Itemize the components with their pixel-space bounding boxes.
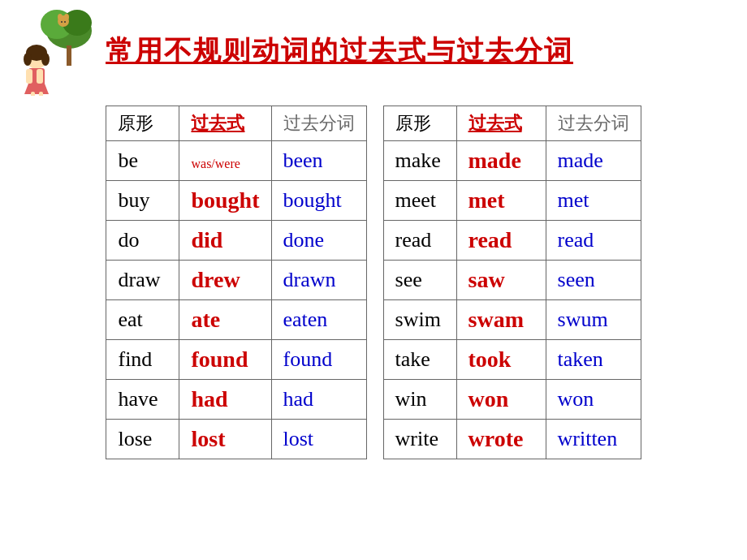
table-row: writewrotewritten <box>383 420 641 459</box>
cell-base: buy <box>106 181 179 221</box>
table-row: havehadhad <box>106 380 366 420</box>
cell-past: met <box>456 181 546 221</box>
cell-pp: met <box>546 181 641 221</box>
table-row: makemademade <box>383 141 641 181</box>
cell-past: saw <box>456 261 546 300</box>
cell-past: found <box>179 340 271 380</box>
svg-point-6 <box>64 14 69 20</box>
cell-pp: taken <box>546 340 641 380</box>
left-table-header: 原形 过去式 过去分词 <box>106 106 366 141</box>
table-row: meetmetmet <box>383 181 641 221</box>
left-table: 原形 过去式 过去分词 bewas/werebeenbuyboughtbough… <box>106 106 366 459</box>
cell-pp: done <box>271 221 366 261</box>
cell-base: do <box>106 221 179 261</box>
svg-point-8 <box>64 21 66 23</box>
cell-pp: been <box>271 141 366 181</box>
cell-base: draw <box>106 261 179 300</box>
table-row: seesawseen <box>383 261 641 300</box>
table-row: findfoundfound <box>106 340 366 380</box>
tables-area: 原形 过去式 过去分词 bewas/werebeenbuyboughtbough… <box>0 97 747 467</box>
svg-rect-17 <box>31 92 35 96</box>
cell-base: take <box>383 340 456 380</box>
cell-pp: won <box>546 380 641 420</box>
table-row: buyboughtbought <box>106 181 366 221</box>
right-hdr-past: 过去式 <box>456 106 546 141</box>
svg-rect-11 <box>26 69 32 84</box>
left-hdr-base: 原形 <box>106 106 179 141</box>
cell-past: wrote <box>456 420 546 459</box>
svg-rect-3 <box>67 45 71 66</box>
left-hdr-pp: 过去分词 <box>271 106 366 141</box>
cell-base: meet <box>383 181 456 221</box>
svg-rect-12 <box>37 69 43 84</box>
table-row: taketooktaken <box>383 340 641 380</box>
table-row: bewas/werebeen <box>106 141 366 181</box>
cell-past: drew <box>179 261 271 300</box>
cell-past: swam <box>456 300 546 340</box>
mascot-image <box>8 6 97 96</box>
cell-pp: bought <box>271 181 366 221</box>
cell-past: won <box>456 380 546 420</box>
left-hdr-past: 过去式 <box>179 106 271 141</box>
right-hdr-pp: 过去分词 <box>546 106 641 141</box>
cell-pp: had <box>271 380 366 420</box>
cell-past: read <box>456 221 546 261</box>
cell-pp: made <box>546 141 641 181</box>
cell-past: had <box>179 380 271 420</box>
cell-past: was/were <box>179 141 271 181</box>
cell-base: be <box>106 141 179 181</box>
cell-base: see <box>383 261 456 300</box>
table-row: drawdrewdrawn <box>106 261 366 300</box>
cell-base: find <box>106 340 179 380</box>
right-hdr-base: 原形 <box>383 106 456 141</box>
cell-base: swim <box>383 300 456 340</box>
cell-base: win <box>383 380 456 420</box>
cell-pp: read <box>546 221 641 261</box>
cell-base: lose <box>106 420 179 459</box>
cell-pp: lost <box>271 420 366 459</box>
cell-past: lost <box>179 420 271 459</box>
cell-pp: swum <box>546 300 641 340</box>
cell-pp: eaten <box>271 300 366 340</box>
right-table: 原形 过去式 过去分词 makemademademeetmetmetreadre… <box>383 106 641 459</box>
table-row: dodiddone <box>106 221 366 261</box>
cell-pp: written <box>546 420 641 459</box>
svg-point-7 <box>61 21 63 23</box>
table-row: winwonwon <box>383 380 641 420</box>
cell-base: read <box>383 221 456 261</box>
cell-past: made <box>456 141 546 181</box>
page-title: 常用不规则动词的过去式与过去分词 <box>106 32 573 70</box>
table-row: readreadread <box>383 221 641 261</box>
table-row: swimswamswum <box>383 300 641 340</box>
cell-base: make <box>383 141 456 181</box>
cell-past: ate <box>179 300 271 340</box>
cell-past: did <box>179 221 271 261</box>
right-table-header: 原形 过去式 过去分词 <box>383 106 641 141</box>
cell-pp: drawn <box>271 261 366 300</box>
table-row: eatateeaten <box>106 300 366 340</box>
cell-past: took <box>456 340 546 380</box>
svg-point-15 <box>41 53 50 66</box>
svg-rect-18 <box>39 92 43 96</box>
cell-base: eat <box>106 300 179 340</box>
cell-pp: seen <box>546 261 641 300</box>
cell-past: bought <box>179 181 271 221</box>
table-row: loselostlost <box>106 420 366 459</box>
cell-base: write <box>383 420 456 459</box>
svg-marker-16 <box>24 84 49 94</box>
cell-base: have <box>106 380 179 420</box>
cell-pp: found <box>271 340 366 380</box>
svg-point-14 <box>24 53 32 66</box>
svg-point-5 <box>58 14 63 20</box>
